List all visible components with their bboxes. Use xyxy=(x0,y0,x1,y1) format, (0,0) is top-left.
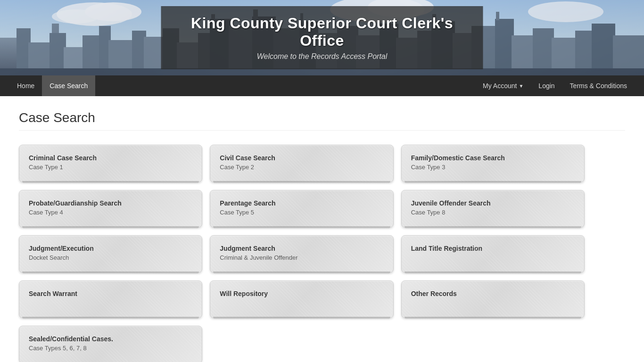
card-shadow xyxy=(213,272,390,274)
card-item[interactable]: Probate/Guardianship SearchCase Type 4 xyxy=(19,190,202,228)
card-item[interactable]: Other Records xyxy=(401,280,585,318)
card-shadow xyxy=(22,181,199,184)
nav-right: My Account ▼ Login Terms & Conditions xyxy=(475,75,635,96)
svg-rect-45 xyxy=(592,24,615,75)
card-title: Will Repository xyxy=(220,289,383,299)
card-subtitle: Case Type 1 xyxy=(29,163,192,172)
card-subtitle: Case Type 3 xyxy=(411,163,575,172)
card-subtitle: Docket Search xyxy=(29,254,192,262)
card-shadow xyxy=(213,181,390,184)
card-shadow xyxy=(405,181,581,184)
nav-terms[interactable]: Terms & Conditions xyxy=(562,75,635,96)
main-content: Case Search Criminal Case SearchCase Typ… xyxy=(0,96,644,362)
card-title: Family/Domestic Case Search xyxy=(411,154,575,163)
card-subtitle: Case Type 2 xyxy=(220,163,383,172)
svg-rect-11 xyxy=(52,24,59,33)
card-item[interactable]: Criminal Case SearchCase Type 1 xyxy=(19,145,202,182)
site-title: King County Superior Court Clerk's Offic… xyxy=(180,15,464,49)
nav-my-account[interactable]: My Account ▼ xyxy=(475,75,531,96)
card-item[interactable]: Will Repository xyxy=(210,280,393,318)
card-item[interactable]: Judgment SearchCriminal & Juvenile Offen… xyxy=(210,235,393,273)
card-title: Probate/Guardianship Search xyxy=(29,199,192,208)
card-subtitle: Case Types 5, 6, 7, 8 xyxy=(29,344,192,353)
card-title: Civil Case Search xyxy=(220,154,383,163)
svg-point-3 xyxy=(52,9,99,24)
case-search-grid: Criminal Case SearchCase Type 1Civil Cas… xyxy=(19,145,585,362)
card-item[interactable]: Juvenile Offender SearchCase Type 8 xyxy=(401,190,585,228)
card-item[interactable]: Civil Case SearchCase Type 2 xyxy=(210,145,393,182)
card-title: Judgment/Execution xyxy=(29,244,192,254)
svg-rect-39 xyxy=(495,19,514,75)
card-subtitle: Criminal & Juvenile Offender xyxy=(220,254,383,262)
card-item[interactable]: Land Title Registration xyxy=(401,235,585,273)
card-shadow xyxy=(22,226,199,229)
card-subtitle: Case Type 8 xyxy=(411,208,575,217)
card-subtitle: Case Type 4 xyxy=(29,208,192,217)
header-title-block: King County Superior Court Clerk's Offic… xyxy=(161,6,483,69)
card-shadow xyxy=(213,226,390,229)
card-shadow xyxy=(22,317,199,320)
card-shadow xyxy=(405,226,581,229)
card-title: Land Title Registration xyxy=(411,244,575,254)
card-title: Parentage Search xyxy=(220,199,383,208)
card-title: Sealed/Confidential Cases. xyxy=(29,335,192,344)
nav-left: Home Case Search xyxy=(9,75,95,96)
main-nav: Home Case Search My Account ▼ Login Term… xyxy=(0,75,644,96)
svg-rect-47 xyxy=(0,68,644,75)
site-subtitle: Welcome to the Records Access Portal xyxy=(180,52,464,61)
card-item[interactable]: Parentage SearchCase Type 5 xyxy=(210,190,393,228)
card-item[interactable]: Family/Domestic Case SearchCase Type 3 xyxy=(401,145,585,182)
nav-login[interactable]: Login xyxy=(531,75,562,96)
nav-home[interactable]: Home xyxy=(9,75,42,96)
card-item[interactable]: Judgment/ExecutionDocket Search xyxy=(19,235,202,273)
card-shadow xyxy=(213,317,390,320)
card-shadow xyxy=(22,272,199,274)
card-shadow xyxy=(405,272,581,274)
card-title: Search Warrant xyxy=(29,289,192,299)
card-title: Judgment Search xyxy=(220,244,383,254)
card-item[interactable]: Sealed/Confidential Cases.Case Types 5, … xyxy=(19,326,202,362)
card-title: Criminal Case Search xyxy=(29,154,192,163)
page-title: Case Search xyxy=(19,110,625,131)
card-title: Juvenile Offender Search xyxy=(411,199,575,208)
card-subtitle: Case Type 5 xyxy=(220,208,383,217)
dropdown-arrow-icon: ▼ xyxy=(519,83,523,89)
site-header: King County Superior Court Clerk's Offic… xyxy=(0,0,644,75)
card-shadow xyxy=(405,317,581,320)
svg-point-6 xyxy=(528,1,603,22)
svg-rect-40 xyxy=(496,12,499,20)
nav-case-search[interactable]: Case Search xyxy=(42,75,95,96)
card-item[interactable]: Search Warrant xyxy=(19,280,202,318)
card-title: Other Records xyxy=(411,289,575,299)
